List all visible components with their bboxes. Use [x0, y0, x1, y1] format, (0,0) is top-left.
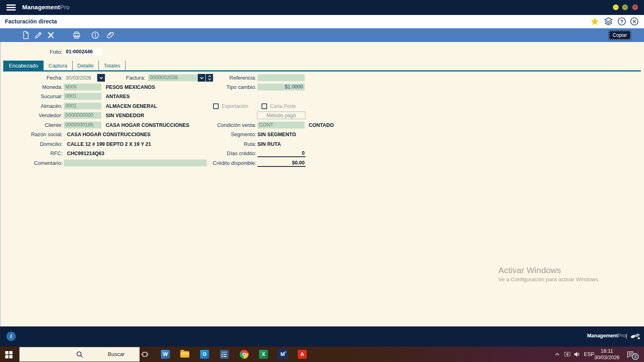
windows-start-button[interactable] — [4, 349, 14, 359]
chrome-icon[interactable] — [240, 350, 249, 359]
tab-strip: Encabezado Captura Detalle Totales — [3, 60, 125, 70]
vendedor-label: Vendedor: — [0, 112, 63, 118]
outlook-icon[interactable]: O — [200, 350, 209, 359]
page-title: Facturación directa — [5, 18, 57, 25]
word-letter: W — [163, 351, 167, 357]
exportacion-checkbox[interactable] — [213, 103, 219, 109]
segmento-row: Segmento: SIN SEGMENTO — [210, 130, 296, 138]
rfc-value: CHC991214Q63 — [67, 151, 104, 156]
copy-button[interactable]: Copiar — [609, 31, 631, 40]
dias-credito-input[interactable]: 0 — [257, 150, 305, 157]
tab-captura[interactable]: Captura — [44, 61, 72, 70]
acrobat-letter: A — [301, 351, 304, 357]
sucursal-input[interactable]: 0001 — [64, 93, 101, 100]
moneda-description: PESOS MEXICANOS — [106, 84, 155, 90]
cancel-x-icon[interactable] — [46, 31, 55, 40]
fecha-input[interactable]: 30/03/2026 — [66, 75, 92, 81]
segmento-value: SIN SEGMENTO — [257, 132, 296, 137]
attachment-icon[interactable] — [106, 31, 115, 40]
window-close-button[interactable]: × — [632, 4, 638, 10]
footer-info-icon[interactable]: i — [6, 332, 16, 341]
acrobat-icon[interactable]: A — [298, 350, 307, 359]
file-explorer-icon[interactable] — [180, 350, 189, 359]
razon-social-label: Razón social: — [0, 131, 63, 137]
close-icon[interactable] — [629, 17, 639, 26]
comentario-row: Comentario: — [0, 159, 207, 167]
carta-porte-checkbox[interactable] — [261, 103, 267, 109]
tipo-cambio-input[interactable]: $1.0000 — [257, 84, 305, 90]
tab-underline — [3, 70, 641, 72]
vendedor-description: SIN VENDEDOR — [106, 113, 144, 118]
tray-connect-icon[interactable] — [564, 351, 571, 358]
search-placeholder: Buscar — [108, 351, 125, 357]
almacen-label: Almacén: — [0, 103, 63, 109]
metodo-pago-button[interactable]: Método pago — [257, 112, 305, 119]
info-icon[interactable] — [91, 31, 100, 40]
minimize-button[interactable]: – — [613, 4, 619, 10]
referencia-row: Referencia: — [210, 74, 305, 82]
almacen-row: Almacén: 0001 ALMACEN GENERAL — [0, 102, 157, 110]
razon-social-row: Razón social: CASA HOGAR CONSTRUCCIONES — [0, 130, 151, 138]
tab-encabezado[interactable]: Encabezado — [3, 61, 44, 70]
taskbar: Buscar W O X M A ESP 18:11 — [0, 347, 644, 362]
cliente-input[interactable]: 0000000195 — [64, 122, 101, 128]
checkbox-row: Exportación Carta Porte — [213, 102, 296, 110]
condicion-venta-row: Condición venta: CONT CONTADO — [210, 121, 334, 129]
new-document-icon[interactable] — [21, 31, 30, 40]
moneda-input[interactable]: MXN — [64, 84, 101, 90]
excel-icon[interactable]: X — [259, 350, 268, 359]
vendedor-row: Vendedor: 0000000000 SIN VENDEDOR — [0, 112, 144, 119]
condicion-venta-input[interactable]: CONT — [257, 122, 305, 128]
factura-dropdown-button[interactable] — [198, 74, 205, 82]
notification-badge[interactable]: 3 — [632, 353, 639, 360]
folio-field-row: Folio: 01-0002446 — [0, 48, 102, 55]
factura-input[interactable]: 0000002038 — [148, 74, 197, 81]
tab-totales[interactable]: Totales — [99, 61, 125, 70]
outlook-letter: O — [203, 351, 206, 357]
credito-disponible-label: Crédito disponible: — [210, 160, 256, 166]
sucursal-description: ANTARES — [106, 94, 130, 99]
calculator-icon[interactable] — [220, 350, 229, 359]
activate-windows-watermark: Activar Windows — [498, 265, 561, 275]
sucursal-label: Sucursal: — [0, 93, 63, 99]
page-header: Facturación directa — [0, 15, 644, 28]
tray-clock[interactable]: 18:11 30/03/2026 — [590, 348, 624, 361]
favorite-star-icon[interactable] — [590, 17, 600, 26]
edit-pencil-icon[interactable] — [34, 31, 43, 40]
credito-disponible-row: Crédito disponible: $0.00 — [210, 159, 305, 167]
managementpro-taskbar-icon[interactable]: M — [278, 349, 288, 359]
app-logo-bold: Management — [22, 4, 60, 11]
dias-credito-row: Días crédito: 0 — [210, 149, 305, 157]
search-icon — [76, 351, 83, 358]
tray-speaker-icon[interactable] — [573, 351, 581, 358]
layers-icon[interactable] — [604, 17, 613, 26]
tab-detalle[interactable]: Detalle — [73, 61, 99, 70]
ruta-row: Ruta: SIN RUTA — [210, 140, 281, 148]
vendedor-input[interactable]: 0000000000 — [64, 112, 101, 119]
tipo-cambio-label: Tipo cambio: — [210, 84, 256, 90]
task-view-icon[interactable] — [141, 350, 149, 358]
segmento-label: Segmento: — [210, 131, 256, 137]
folio-input[interactable]: 01-0002446 — [64, 48, 102, 55]
maximize-button[interactable]: + — [622, 4, 628, 10]
referencia-input[interactable] — [257, 74, 305, 81]
window-title-bar: ManagementPro – + × — [0, 0, 644, 15]
footer-logo-icon — [629, 331, 641, 341]
tray-chevron-up-icon[interactable] — [554, 351, 561, 358]
help-icon[interactable]: ? — [617, 17, 627, 26]
print-icon[interactable] — [72, 31, 81, 40]
domicilio-row: Domicilio: CALLE 12 # 199 DEPTO 2 X 19 Y… — [0, 140, 151, 148]
fecha-label: Fecha: — [0, 75, 63, 81]
word-icon[interactable]: W — [161, 350, 170, 359]
moneda-label: Moneda: — [0, 84, 63, 90]
hamburger-menu-icon[interactable] — [6, 4, 16, 11]
rfc-row: RFC: CHC991214Q63 — [0, 149, 104, 157]
comentario-input[interactable] — [64, 160, 207, 166]
taskbar-search-input[interactable]: Buscar — [19, 347, 140, 362]
tray-date: 30/03/2026 — [590, 354, 624, 361]
almacen-input[interactable]: 0001 — [64, 103, 101, 109]
moneda-row: Moneda: MXN PESOS MEXICANOS — [0, 83, 155, 91]
fecha-dropdown-button[interactable] — [97, 74, 105, 82]
footer-brand-light: Pro — [618, 333, 625, 339]
credito-disponible-input[interactable]: $0.00 — [257, 160, 305, 167]
